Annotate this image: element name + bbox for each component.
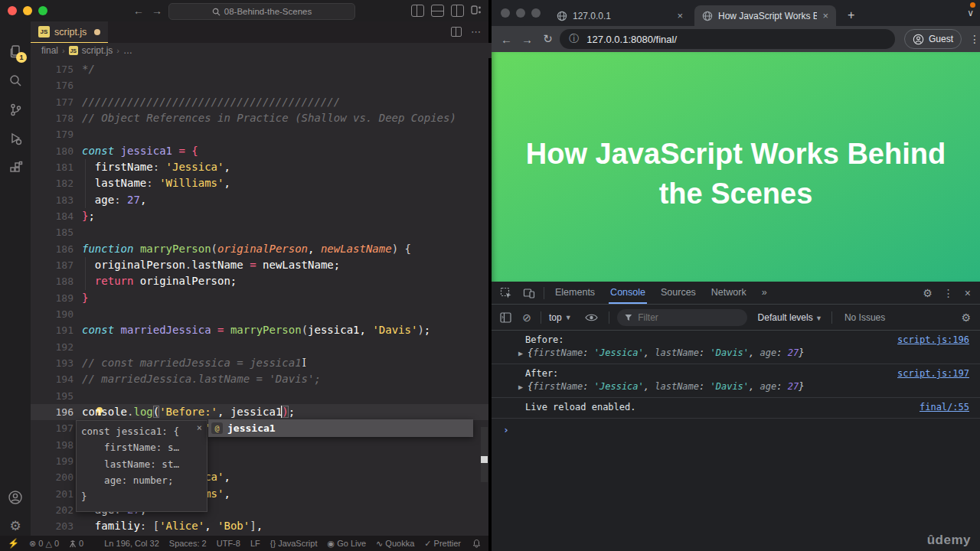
new-tab-button[interactable]: + <box>848 9 854 21</box>
object-preview[interactable]: ▶ {firstName: 'Jessica', lastName: 'Davi… <box>518 380 969 393</box>
problems-indicator[interactable]: ⊗ 0 △ 0 <box>29 539 59 549</box>
line-number: 195 <box>31 388 74 404</box>
source-location-link[interactable]: script.js:196 <box>897 334 969 347</box>
tooltip-close-icon[interactable]: × <box>197 422 202 433</box>
code-editor[interactable]: 175*/176177/////////////////////////////… <box>31 58 488 536</box>
line-number: 185 <box>31 224 74 240</box>
bell-icon[interactable] <box>472 539 481 548</box>
breadcrumb-file[interactable]: script.js <box>82 45 113 56</box>
profile-guest-button[interactable]: Guest <box>904 29 962 49</box>
close-tab-icon[interactable]: × <box>822 10 828 21</box>
command-center-search[interactable]: 08-Behind-the-Scenes <box>168 3 355 20</box>
zoom-window-button[interactable] <box>531 8 541 18</box>
object-preview[interactable]: ▶ {firstName: 'Jessica', lastName: 'Davi… <box>518 347 969 360</box>
close-tab-icon[interactable]: × <box>677 10 683 21</box>
explorer-icon[interactable]: 1 <box>0 38 31 64</box>
code-line: 180const jessica1 = { <box>31 143 488 159</box>
code-line: 177/////////////////////////////////////… <box>31 94 488 110</box>
search-sidebar-icon[interactable] <box>0 67 31 93</box>
inspect-element-icon[interactable] <box>495 287 518 299</box>
devtools-settings-icon[interactable]: ⚙ <box>923 287 933 299</box>
funnel-icon <box>625 314 632 321</box>
issues-counter[interactable]: No Issues <box>844 312 885 323</box>
tab-search-chevron-icon[interactable]: ∨ <box>967 8 974 18</box>
minimize-window-button[interactable] <box>516 8 525 18</box>
code-line: 196console.log('Before:', jessica1); <box>31 404 488 420</box>
reload-icon[interactable]: ↻ <box>537 32 558 46</box>
breadcrumb-symbol[interactable]: … <box>123 45 132 56</box>
statusbar-item[interactable]: UTF-8 <box>217 539 240 548</box>
close-window-button[interactable] <box>8 6 17 15</box>
remote-lightning-icon[interactable]: ⚡ <box>8 538 19 549</box>
devtools-tab-network[interactable]: Network <box>704 282 754 304</box>
device-toolbar-icon[interactable] <box>518 287 541 299</box>
devtools-close-icon[interactable]: × <box>965 287 971 299</box>
clear-console-icon[interactable]: ⊘ <box>516 311 537 324</box>
console-settings-icon[interactable]: ⚙ <box>961 311 980 324</box>
browser-tab[interactable]: 127.0.0.1× <box>549 5 691 26</box>
more-panels-icon[interactable]: » <box>754 282 775 304</box>
minimize-window-button[interactable] <box>23 6 32 15</box>
statusbar-item[interactable]: LF <box>250 539 260 548</box>
code-line: 187 originalPerson.lastName = newLastNam… <box>31 257 488 273</box>
more-actions-icon[interactable]: ⋯ <box>471 26 481 37</box>
console-prompt[interactable]: › <box>492 419 980 435</box>
ports-indicator[interactable]: 0 <box>69 539 83 548</box>
unsaved-dot-icon[interactable] <box>94 29 100 35</box>
statusbar-item[interactable]: {} JavaScript <box>270 539 318 548</box>
source-control-icon[interactable] <box>0 96 31 122</box>
site-info-icon[interactable]: ⓘ <box>569 32 579 46</box>
source-location-link[interactable]: script.js:197 <box>897 367 969 380</box>
statusbar-item[interactable]: Ln 196, Col 32 <box>104 539 159 548</box>
code-line: 181 firstName: 'Jessica', <box>31 159 488 175</box>
devtools-tab-sources[interactable]: Sources <box>653 282 704 304</box>
live-expression-eye-icon[interactable] <box>581 313 603 322</box>
forward-arrow-icon[interactable]: → <box>149 5 165 17</box>
back-arrow-icon[interactable]: ← <box>130 5 147 17</box>
breadcrumb-folder[interactable]: final <box>41 45 58 56</box>
close-window-button[interactable] <box>501 8 510 18</box>
tooltip-line: firstName: s… <box>81 439 202 455</box>
devtools-tab-elements[interactable]: Elements <box>547 282 603 304</box>
line-number: 182 <box>31 175 74 191</box>
statusbar-item[interactable]: ◉ Go Live <box>328 539 367 549</box>
split-editor-icon[interactable] <box>451 27 462 37</box>
browser-tab[interactable]: How JavaScript Works Behind× <box>694 5 836 26</box>
source-location-link[interactable]: final/:55 <box>920 401 969 414</box>
console-message: Live reload enabled.final/:55 <box>492 398 980 419</box>
extensions-icon[interactable] <box>0 155 31 181</box>
run-debug-icon[interactable] <box>0 126 31 152</box>
browser-menu-icon[interactable]: ⋮ <box>969 33 980 45</box>
back-icon[interactable]: ← <box>496 33 517 46</box>
toggle-secondary-sidebar-icon[interactable] <box>451 5 464 17</box>
tab-script-js[interactable]: JS script.js <box>31 21 108 43</box>
customize-layout-icon[interactable] <box>471 5 482 15</box>
breadcrumb[interactable]: final › JS script.js › … <box>31 43 499 58</box>
statusbar-item[interactable]: ∿ Quokka <box>376 539 414 549</box>
frame-context-select[interactable]: top ▼ <box>544 312 577 323</box>
udemy-watermark: ûdemy <box>927 533 971 548</box>
hover-tooltip: const jessica1: { firstName: s… lastName… <box>76 420 207 512</box>
chevron-right-icon: › <box>116 46 119 55</box>
settings-gear-icon[interactable]: ⚙ <box>0 513 31 539</box>
chevron-right-icon: › <box>62 46 65 55</box>
intellisense-suggestion[interactable]: @ jessica1 <box>208 419 473 437</box>
console-filter[interactable] <box>617 309 747 326</box>
javascript-file-icon: JS <box>38 26 50 37</box>
devtools-tab-console[interactable]: Console <box>603 282 653 304</box>
code-line: 190 <box>31 306 488 322</box>
toggle-panel-icon[interactable] <box>431 5 444 17</box>
toggle-sidebar-icon[interactable] <box>411 5 424 17</box>
log-levels-select[interactable]: Default levels ▼ <box>758 312 822 323</box>
tab-title: 127.0.0.1 <box>573 11 671 21</box>
account-icon[interactable] <box>0 484 31 510</box>
devtools-menu-icon[interactable]: ⋮ <box>943 287 954 299</box>
statusbar-item[interactable]: ✓ Prettier <box>424 539 461 549</box>
editor-scrollbar[interactable] <box>481 427 488 482</box>
forward-icon[interactable]: → <box>517 33 537 46</box>
address-bar[interactable]: ⓘ <box>560 29 895 49</box>
line-number: 194 <box>31 371 74 387</box>
console-sidebar-icon[interactable] <box>495 312 516 323</box>
statusbar-item[interactable]: Spaces: 2 <box>169 539 207 548</box>
zoom-window-button[interactable] <box>38 6 47 15</box>
